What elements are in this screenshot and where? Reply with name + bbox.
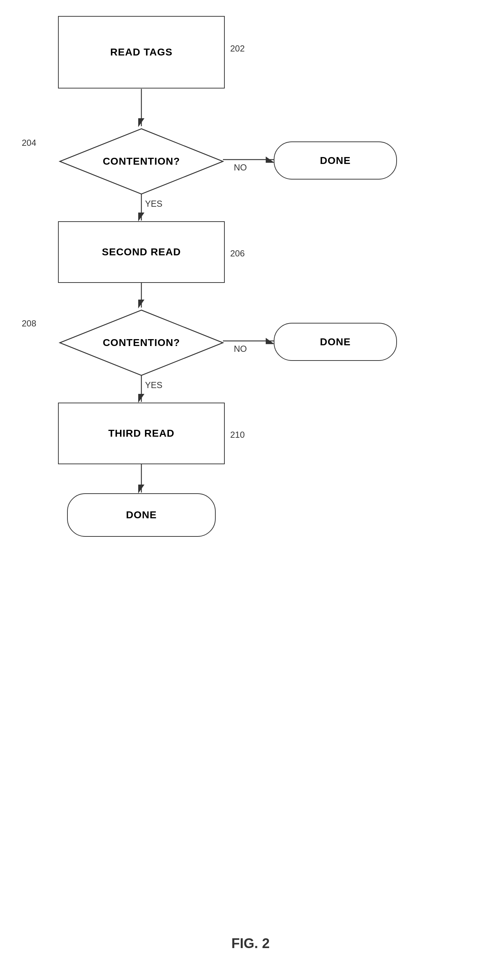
- contention2-label: CONTENTION?: [103, 337, 180, 348]
- read-tags-box: READ TAGS: [58, 16, 225, 89]
- figure-caption: FIG. 2: [0, 936, 501, 951]
- ref-202: 202: [230, 43, 245, 54]
- ref-206: 206: [230, 248, 245, 259]
- done1-label: DONE: [320, 155, 351, 167]
- done2-label: DONE: [320, 336, 351, 348]
- contention2-diamond: CONTENTION?: [58, 308, 225, 377]
- second-read-label: SECOND READ: [102, 246, 181, 258]
- read-tags-label: READ TAGS: [110, 46, 173, 58]
- yes2-label: YES: [145, 380, 162, 390]
- ref-210: 210: [230, 430, 245, 440]
- done2-box: DONE: [274, 323, 397, 361]
- third-read-label: THIRD READ: [108, 428, 175, 439]
- done1-box: DONE: [274, 142, 397, 180]
- flowchart-diagram: READ TAGS 202 CONTENTION? 204 DONE NO YE…: [0, 0, 501, 980]
- done3-label: DONE: [126, 509, 157, 521]
- third-read-box: THIRD READ: [58, 402, 225, 464]
- done3-box: DONE: [67, 493, 216, 537]
- contention1-diamond: CONTENTION?: [58, 127, 225, 196]
- second-read-box: SECOND READ: [58, 221, 225, 283]
- ref-204: 204: [22, 138, 36, 148]
- no2-label: NO: [234, 344, 247, 354]
- yes1-label: YES: [145, 199, 162, 209]
- no1-label: NO: [234, 162, 247, 173]
- ref-208: 208: [22, 318, 36, 329]
- contention1-label: CONTENTION?: [103, 156, 180, 167]
